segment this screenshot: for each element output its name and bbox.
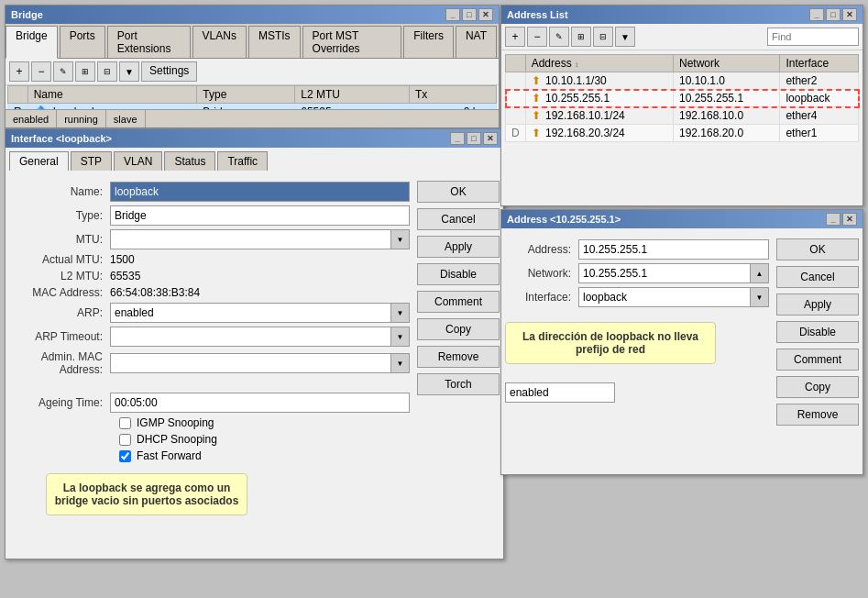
dhcp-checkbox[interactable] bbox=[119, 434, 131, 446]
addr-row-1[interactable]: ⬆ 10.10.1.1/30 10.10.1.0 ether2 bbox=[506, 72, 859, 90]
addr-col-interface[interactable]: Interface bbox=[780, 55, 859, 72]
bridge-maximize-btn[interactable]: □ bbox=[462, 8, 477, 21]
addr-paste-btn[interactable]: ⊟ bbox=[593, 27, 613, 47]
tab-ports[interactable]: Ports bbox=[60, 26, 105, 58]
find-input[interactable] bbox=[767, 28, 859, 46]
address-list-window: Address List _ □ ✕ + − ✎ ⊞ ⊟ ▼ Address ↕ bbox=[500, 5, 863, 206]
iface-tab-traffic[interactable]: Traffic bbox=[217, 151, 268, 171]
addr-copy-btn[interactable]: ⊞ bbox=[571, 27, 591, 47]
remove-btn[interactable]: − bbox=[31, 61, 51, 82]
interface-dropdown-btn[interactable]: ▼ bbox=[751, 287, 769, 307]
apply-button[interactable]: Apply bbox=[417, 236, 500, 258]
addr-edit-status-input[interactable] bbox=[505, 382, 615, 403]
fast-forward-checkbox[interactable] bbox=[119, 450, 131, 462]
addr-edit-btn[interactable]: ✎ bbox=[549, 27, 569, 47]
filter-btn[interactable]: ▼ bbox=[119, 61, 139, 82]
ok-button[interactable]: OK bbox=[417, 181, 500, 203]
torch-button[interactable]: Torch bbox=[417, 373, 500, 395]
iface-form: Name: Type: MTU: ▼ Actual MTU: 1500 L2 M… bbox=[9, 178, 410, 515]
admin-mac-input[interactable] bbox=[110, 353, 391, 373]
addr-add-btn[interactable]: + bbox=[505, 27, 525, 47]
addr-row-4[interactable]: D ⬆ 192.168.20.3/24 192.168.20.0 ether1 bbox=[506, 125, 859, 142]
iface-minimize-btn[interactable]: _ bbox=[450, 132, 465, 145]
addr-edit-close-btn[interactable]: ✕ bbox=[842, 213, 857, 226]
addr-col-network[interactable]: Network bbox=[673, 55, 779, 72]
addr-row-3[interactable]: ⬆ 192.168.10.1/24 192.168.10.0 ether4 bbox=[506, 107, 859, 125]
iface-close-btn[interactable]: ✕ bbox=[483, 132, 498, 145]
name-input[interactable] bbox=[110, 182, 410, 202]
bridge-window: Bridge _ □ ✕ Bridge Ports Port Extension… bbox=[5, 5, 500, 128]
addr-col-address[interactable]: Address ↕ bbox=[525, 55, 673, 72]
tab-nat[interactable]: NAT bbox=[456, 26, 497, 58]
arp-dropdown-btn[interactable]: ▼ bbox=[391, 303, 410, 323]
addr-edit-network-group: ▲ bbox=[578, 263, 769, 283]
cancel-button[interactable]: Cancel bbox=[417, 208, 500, 230]
tab-port-mst[interactable]: Port MST Overrides bbox=[302, 26, 402, 58]
type-input[interactable] bbox=[110, 205, 410, 226]
addr-row-net-2: 10.255.255.1 bbox=[673, 90, 779, 107]
addr-cancel-button[interactable]: Cancel bbox=[776, 266, 859, 288]
tab-mstis[interactable]: MSTIs bbox=[248, 26, 301, 58]
addr-filter-btn[interactable]: ▼ bbox=[615, 27, 635, 47]
addr-remove-btn[interactable]: − bbox=[527, 27, 547, 47]
iface-maximize-btn[interactable]: □ bbox=[467, 132, 481, 145]
addr-row-iface-4: ether1 bbox=[780, 125, 859, 142]
arp-timeout-dropdown-btn[interactable]: ▼ bbox=[391, 327, 410, 347]
bridge-title-buttons: _ □ ✕ bbox=[445, 8, 493, 21]
iface-tab-vlan[interactable]: VLAN bbox=[114, 151, 162, 171]
addr-list-minimize-btn[interactable]: _ bbox=[809, 8, 824, 21]
addr-disable-button[interactable]: Disable bbox=[776, 321, 859, 343]
copy-btn[interactable]: ⊞ bbox=[75, 61, 95, 82]
admin-mac-dropdown-btn[interactable]: ▼ bbox=[391, 353, 410, 373]
bridge-minimize-btn[interactable]: _ bbox=[445, 8, 460, 21]
addr-edit-interface-label: Interface: bbox=[505, 291, 578, 304]
add-btn[interactable]: + bbox=[9, 61, 29, 82]
addr-edit-interface-input[interactable] bbox=[578, 287, 751, 307]
arp-timeout-input[interactable] bbox=[110, 327, 391, 347]
mtu-input[interactable] bbox=[110, 229, 391, 249]
addr-copy-button[interactable]: Copy bbox=[776, 376, 859, 398]
addr-ok-button[interactable]: OK bbox=[776, 238, 859, 260]
bridge-status-bar: enabled running slave bbox=[5, 109, 499, 127]
addr-edit-minimize-btn[interactable]: _ bbox=[826, 213, 841, 226]
comment-button[interactable]: Comment bbox=[417, 291, 500, 313]
actual-mtu-label: Actual MTU: bbox=[9, 253, 110, 266]
tab-port-extensions[interactable]: Port Extensions bbox=[107, 26, 191, 58]
addr-edit-form: Address: Network: ▲ Interface: ▼ La dire bbox=[505, 236, 769, 428]
tab-filters[interactable]: Filters bbox=[403, 26, 454, 58]
igmp-checkbox[interactable] bbox=[119, 417, 131, 429]
addr-edit-network-input[interactable] bbox=[578, 263, 751, 283]
disable-button[interactable]: Disable bbox=[417, 263, 500, 285]
arp-timeout-input-group: ▼ bbox=[110, 327, 410, 347]
paste-btn[interactable]: ⊟ bbox=[97, 61, 117, 82]
iface-tab-stp[interactable]: STP bbox=[71, 151, 112, 171]
tab-bridge[interactable]: Bridge bbox=[5, 26, 58, 59]
iface-tab-status[interactable]: Status bbox=[164, 151, 215, 171]
addr-apply-button[interactable]: Apply bbox=[776, 293, 859, 316]
iface-tab-general[interactable]: General bbox=[9, 151, 69, 171]
settings-btn[interactable]: Settings bbox=[141, 61, 197, 82]
addr-list-maximize-btn[interactable]: □ bbox=[826, 8, 841, 21]
mtu-dropdown-btn[interactable]: ▼ bbox=[391, 229, 410, 249]
col-tx: Tx bbox=[410, 86, 497, 104]
bridge-close-btn[interactable]: ✕ bbox=[478, 8, 493, 21]
addr-row-net-1: 10.10.1.0 bbox=[673, 72, 779, 90]
addr-row-2[interactable]: ⬆ 10.255.255.1 10.255.255.1 loopback bbox=[506, 90, 859, 107]
type-row: Type: bbox=[9, 205, 410, 226]
addr-row-addr-2: ⬆ 10.255.255.1 bbox=[525, 90, 673, 107]
igmp-label: IGMP Snooping bbox=[137, 416, 214, 429]
addr-row-flag-2 bbox=[506, 90, 526, 107]
copy-button[interactable]: Copy bbox=[417, 318, 500, 340]
addr-remove-button[interactable]: Remove bbox=[776, 404, 859, 426]
network-dropdown-btn[interactable]: ▲ bbox=[751, 263, 769, 283]
bridge-tab-bar: Bridge Ports Port Extensions VLANs MSTIs… bbox=[5, 24, 499, 59]
arp-input[interactable] bbox=[110, 303, 391, 323]
addr-list-close-btn[interactable]: ✕ bbox=[842, 8, 857, 21]
ageing-input[interactable] bbox=[110, 393, 410, 413]
remove-button[interactable]: Remove bbox=[417, 346, 500, 368]
addr-edit-address-input[interactable] bbox=[578, 239, 769, 260]
addr-comment-button[interactable]: Comment bbox=[776, 349, 859, 371]
addr-list-title-bar: Address List _ □ ✕ bbox=[501, 6, 863, 24]
tab-vlans[interactable]: VLANs bbox=[192, 26, 247, 58]
edit-btn[interactable]: ✎ bbox=[53, 61, 73, 82]
